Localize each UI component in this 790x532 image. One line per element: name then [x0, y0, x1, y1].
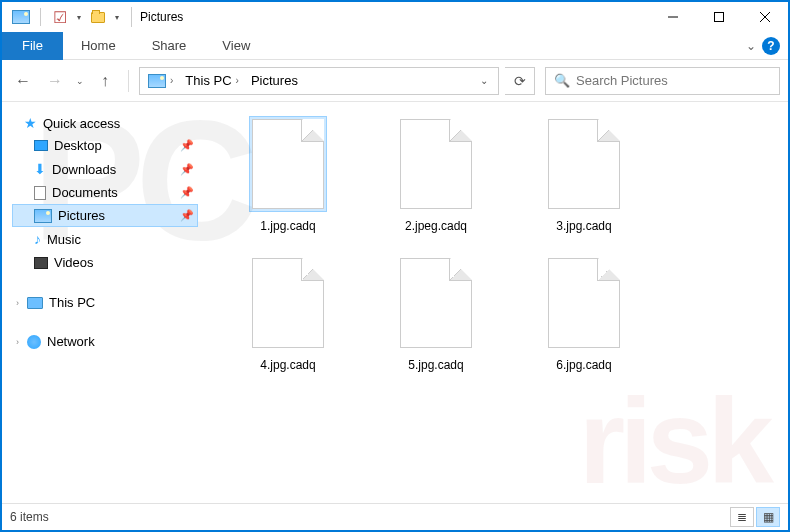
- breadcrumb-label: Pictures: [251, 73, 298, 88]
- nav-label: Downloads: [52, 162, 116, 177]
- tab-home[interactable]: Home: [63, 32, 134, 60]
- file-list[interactable]: 1.jpg.cadq 2.jpeg.cadq 3.jpg.cadq 4.jpg.…: [202, 102, 788, 503]
- file-icon-wrap: [545, 255, 623, 351]
- search-placeholder: Search Pictures: [576, 73, 668, 88]
- titlebar: ☑ ▾ ▾ Pictures: [2, 2, 788, 32]
- search-input[interactable]: 🔍 Search Pictures: [545, 67, 780, 95]
- pin-icon: 📌: [180, 163, 194, 176]
- file-item[interactable]: 2.jpeg.cadq: [386, 116, 486, 233]
- file-item[interactable]: 5.jpg.cadq: [386, 255, 486, 372]
- sidebar-item-music[interactable]: ♪Music: [12, 227, 198, 251]
- star-icon: ★: [24, 115, 37, 131]
- window-title: Pictures: [140, 10, 183, 24]
- nav-network-header[interactable]: › Network: [12, 331, 198, 352]
- file-name: 5.jpg.cadq: [386, 358, 486, 372]
- qat-customize-dropdown[interactable]: ▾: [115, 13, 119, 22]
- nav-group-network: › Network: [12, 331, 198, 352]
- file-icon-wrap: [545, 116, 623, 212]
- back-button[interactable]: ←: [10, 68, 36, 94]
- nav-group-quickaccess: ★ Quick access Desktop📌 ⬇Downloads📌 Docu…: [12, 112, 198, 274]
- network-icon: [27, 335, 41, 349]
- file-name: 2.jpeg.cadq: [386, 219, 486, 233]
- expand-ribbon-icon[interactable]: ⌄: [746, 39, 756, 53]
- nav-quickaccess-header[interactable]: ★ Quick access: [12, 112, 198, 134]
- file-icon: [400, 258, 472, 348]
- file-tab[interactable]: File: [2, 32, 63, 60]
- file-name: 6.jpg.cadq: [534, 358, 634, 372]
- breadcrumb[interactable]: › This PC› Pictures ⌄: [139, 67, 499, 95]
- caret-icon: ›: [16, 337, 19, 347]
- file-icon: [400, 119, 472, 209]
- up-button[interactable]: ↑: [92, 68, 118, 94]
- pc-icon: [27, 297, 43, 309]
- nav-separator: [128, 70, 129, 92]
- pin-icon: 📌: [180, 139, 194, 152]
- statusbar: 6 items ≣ ▦: [2, 503, 788, 530]
- file-item[interactable]: 1.jpg.cadq: [238, 116, 338, 233]
- nav-label: This PC: [49, 295, 95, 310]
- qat-properties-icon[interactable]: ☑: [49, 6, 71, 28]
- sidebar-item-videos[interactable]: Videos: [12, 251, 198, 274]
- picture-icon: [34, 209, 52, 223]
- document-icon: [34, 186, 46, 200]
- tab-view[interactable]: View: [204, 32, 268, 60]
- file-icon-wrap: [397, 116, 475, 212]
- nav-label: Pictures: [58, 208, 105, 223]
- refresh-button[interactable]: ⟳: [505, 67, 535, 95]
- icons-view-button[interactable]: ▦: [756, 507, 780, 527]
- quick-access-toolbar: ☑ ▾ ▾: [6, 6, 123, 28]
- minimize-button[interactable]: [650, 2, 696, 32]
- file-icon: [252, 119, 324, 209]
- ribbon: File Home Share View ⌄ ?: [2, 32, 788, 60]
- forward-button[interactable]: →: [42, 68, 68, 94]
- nav-group-thispc: › This PC: [12, 292, 198, 313]
- nav-label: Documents: [52, 185, 118, 200]
- caret-icon: ›: [16, 298, 19, 308]
- search-icon: 🔍: [554, 73, 570, 88]
- video-icon: [34, 257, 48, 269]
- chevron-right-icon: ›: [170, 75, 173, 86]
- nav-label: Videos: [54, 255, 94, 270]
- breadcrumb-label: This PC: [185, 73, 231, 88]
- file-icon: [252, 258, 324, 348]
- nav-label: Network: [47, 334, 95, 349]
- file-icon-wrap: [249, 255, 327, 351]
- file-name: 1.jpg.cadq: [238, 219, 338, 233]
- item-count: 6 items: [10, 510, 49, 524]
- details-view-button[interactable]: ≣: [730, 507, 754, 527]
- navigation-pane: ★ Quick access Desktop📌 ⬇Downloads📌 Docu…: [2, 102, 202, 503]
- help-icon[interactable]: ?: [762, 37, 780, 55]
- sidebar-item-pictures[interactable]: Pictures📌: [12, 204, 198, 227]
- close-button[interactable]: [742, 2, 788, 32]
- sidebar-item-desktop[interactable]: Desktop📌: [12, 134, 198, 157]
- sidebar-item-documents[interactable]: Documents📌: [12, 181, 198, 204]
- breadcrumb-dropdown[interactable]: ⌄: [474, 75, 494, 86]
- maximize-button[interactable]: [696, 2, 742, 32]
- qat-newfolder-icon[interactable]: [87, 6, 109, 28]
- file-icon-wrap: [249, 116, 327, 212]
- qat-properties-dropdown[interactable]: ▾: [77, 13, 81, 22]
- app-icon[interactable]: [10, 6, 32, 28]
- file-item[interactable]: 3.jpg.cadq: [534, 116, 634, 233]
- music-icon: ♪: [34, 231, 41, 247]
- file-item[interactable]: 6.jpg.cadq: [534, 255, 634, 372]
- file-icon: [548, 258, 620, 348]
- minimize-icon: [667, 11, 679, 23]
- recent-locations-dropdown[interactable]: ⌄: [74, 76, 86, 86]
- breadcrumb-pictures[interactable]: Pictures: [247, 73, 302, 88]
- desktop-icon: [34, 140, 48, 151]
- sidebar-item-downloads[interactable]: ⬇Downloads📌: [12, 157, 198, 181]
- nav-thispc-header[interactable]: › This PC: [12, 292, 198, 313]
- nav-label: Desktop: [54, 138, 102, 153]
- file-icon: [548, 119, 620, 209]
- qat-separator: [40, 8, 41, 26]
- title-separator: [131, 7, 132, 27]
- address-bar-row: ← → ⌄ ↑ › This PC› Pictures ⌄ ⟳ 🔍 Search…: [2, 60, 788, 102]
- tab-share[interactable]: Share: [134, 32, 205, 60]
- svg-rect-1: [715, 13, 724, 22]
- window-controls: [650, 2, 788, 32]
- breadcrumb-root-icon[interactable]: ›: [144, 74, 177, 88]
- file-item[interactable]: 4.jpg.cadq: [238, 255, 338, 372]
- breadcrumb-thispc[interactable]: This PC›: [181, 73, 243, 88]
- view-toggles: ≣ ▦: [730, 507, 780, 527]
